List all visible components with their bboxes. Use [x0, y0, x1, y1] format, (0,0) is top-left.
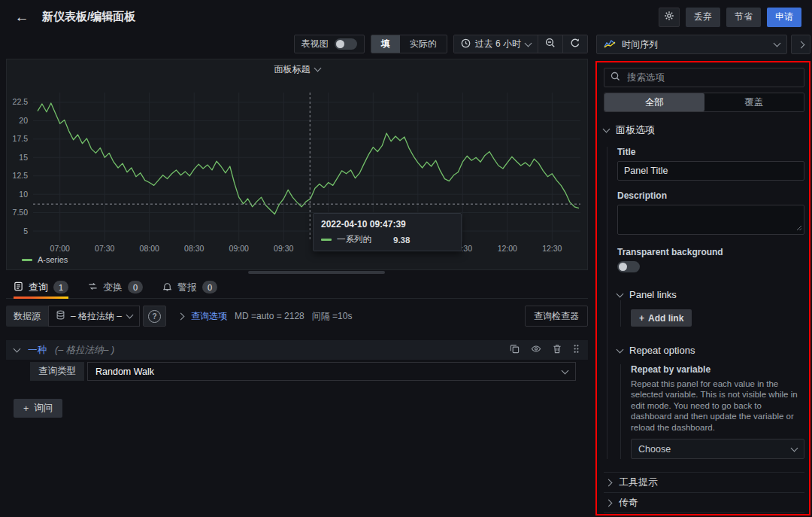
datasource-label: 数据源 — [6, 306, 48, 327]
table-view-toggle[interactable] — [335, 38, 357, 50]
repeat-options-header[interactable]: Repeat options — [617, 345, 804, 356]
apply-button[interactable]: 申请 — [767, 8, 801, 27]
tab-all[interactable]: 全部 — [604, 93, 704, 111]
repeat-help-text: Repeat this panel for each value in the … — [631, 379, 804, 433]
repeat-variable-select[interactable]: Choose — [631, 439, 804, 459]
transparent-bg-toggle[interactable] — [617, 261, 640, 272]
plus-icon: + — [639, 313, 644, 324]
options-search[interactable] — [604, 68, 804, 87]
tooltip-timestamp: 2022-04-10 09:47:39 — [321, 219, 453, 230]
back-button[interactable]: ← — [11, 6, 33, 29]
eye-icon[interactable] — [531, 344, 541, 356]
timeseries-chart[interactable]: 22.52017.51512.5107.50507:0007:3008:0008… — [7, 79, 587, 254]
svg-text:7.50: 7.50 — [13, 208, 29, 217]
chevron-down-icon — [617, 345, 624, 353]
refresh-button[interactable] — [562, 35, 587, 53]
description-field-label: Description — [617, 190, 804, 201]
drag-handle-icon[interactable] — [573, 344, 580, 356]
chevron-down-icon — [314, 65, 321, 72]
search-icon — [611, 71, 620, 84]
time-range-label: 过去 6 小时 — [475, 38, 521, 50]
chevron-right-icon — [605, 499, 613, 506]
zoom-out-button[interactable] — [538, 35, 562, 53]
tab-query-count: 1 — [53, 281, 68, 293]
tab-query[interactable]: 查询 1 — [14, 276, 68, 298]
collapse-options-button[interactable] — [791, 35, 810, 54]
zoom-out-icon — [545, 38, 556, 50]
chevron-right-icon — [605, 479, 613, 486]
query-inspector-button[interactable]: 查询检查器 — [525, 306, 588, 327]
description-textarea[interactable] — [617, 205, 804, 235]
query-type-value: Random Walk — [95, 366, 154, 377]
datasource-select[interactable]: – 格拉法纳 – — [48, 306, 140, 327]
save-button[interactable]: 节省 — [726, 8, 761, 27]
add-query-button[interactable]: + 询问 — [14, 399, 62, 418]
section-legend[interactable]: 传奇 — [604, 492, 804, 512]
refresh-icon — [570, 38, 580, 50]
add-query-label: 询问 — [34, 402, 53, 415]
visualization-row: 时间序列 — [596, 35, 810, 54]
section-tooltip-label: 工具提示 — [619, 476, 658, 489]
section-graph-styles[interactable]: 图表样式 — [604, 512, 804, 517]
options-tab-group: 全部 覆盖 — [604, 93, 804, 112]
panel-options-header[interactable]: 面板选项 — [604, 123, 804, 137]
datasource-help-button[interactable]: ? — [143, 306, 166, 327]
pane-resize-handle[interactable] — [248, 271, 385, 274]
query-row-actions — [510, 344, 580, 356]
tooltip-series-value: 9.38 — [393, 236, 410, 245]
time-range-picker[interactable]: 过去 6 小时 — [454, 35, 538, 53]
tab-alert[interactable]: 警报 0 — [162, 276, 217, 298]
tab-alert-label: 警报 — [177, 281, 197, 294]
add-link-button[interactable]: + Add link — [631, 309, 692, 327]
svg-text:22.5: 22.5 — [13, 97, 29, 106]
chart-legend[interactable]: A-series — [22, 255, 68, 264]
tab-query-label: 查询 — [29, 281, 48, 294]
svg-text:08:30: 08:30 — [184, 244, 204, 253]
section-legend-label: 传奇 — [619, 496, 638, 509]
query-type-select[interactable]: Random Walk — [87, 362, 576, 381]
svg-text:07:00: 07:00 — [50, 244, 70, 253]
panel-title-menu[interactable]: 面板标题 — [7, 59, 587, 79]
panel-options-title: 面板选项 — [616, 123, 655, 137]
search-input[interactable] — [626, 71, 798, 84]
discard-button[interactable]: 丢弃 — [686, 8, 720, 27]
tab-transform-count: 0 — [128, 281, 143, 293]
visualization-label: 时间序列 — [622, 38, 658, 51]
tab-transform[interactable]: 变换 0 — [88, 276, 143, 298]
chevron-down-icon — [617, 290, 624, 297]
chevron-down-icon — [791, 444, 798, 452]
editor-tabs: 查询 1 变换 0 警报 0 — [6, 276, 588, 299]
table-view-label: 表视图 — [301, 38, 329, 50]
repeat-options-section: Repeat options Repeat by variable Repeat… — [617, 345, 804, 459]
query-row-header[interactable]: 一种 (– 格拉法纳– ) — [6, 340, 588, 360]
query-type-row: 查询类型 Random Walk — [30, 362, 576, 381]
tooltip-series-name: 一系列的 — [337, 234, 371, 245]
query-type-label: 查询类型 — [30, 362, 84, 381]
chevron-down-icon — [774, 40, 781, 47]
panel-title-input[interactable] — [617, 161, 804, 181]
tab-overrides[interactable]: 覆盖 — [704, 93, 804, 111]
clock-icon — [461, 38, 471, 50]
actual-option[interactable]: 实际的 — [400, 35, 447, 53]
svg-text:15: 15 — [19, 153, 28, 162]
panel-options-section: 面板选项 Title Description Transparent backg… — [604, 123, 804, 459]
chevron-down-icon — [562, 366, 569, 374]
chart-tooltip: 2022-04-10 09:47:39 一系列的 9.38 — [313, 213, 462, 251]
svg-text:20: 20 — [19, 116, 28, 125]
title-field-label: Title — [617, 147, 804, 157]
query-row-name[interactable]: 一种 — [28, 344, 47, 357]
settings-button[interactable] — [659, 8, 680, 27]
datasource-row: 数据源 – 格拉法纳 – ? 查询选项 MD =auto = 2128 间隔 =… — [6, 306, 588, 327]
trash-icon[interactable] — [553, 344, 562, 356]
visualization-select[interactable]: 时间序列 — [596, 35, 787, 54]
query-row-datasource: (– 格拉法纳– ) — [55, 344, 114, 357]
panel-links-header[interactable]: Panel links — [617, 289, 804, 300]
query-options-link[interactable]: 查询选项 — [191, 310, 227, 323]
legend-swatch — [22, 259, 32, 261]
query-interval-meta: 间隔 =10s — [312, 310, 353, 323]
duplicate-icon[interactable] — [510, 344, 520, 356]
section-tooltip[interactable]: 工具提示 — [604, 472, 804, 492]
panel-links-section: Panel links + Add link — [617, 289, 804, 327]
fill-option[interactable]: 填 — [371, 35, 400, 53]
svg-text:09:00: 09:00 — [229, 244, 249, 253]
